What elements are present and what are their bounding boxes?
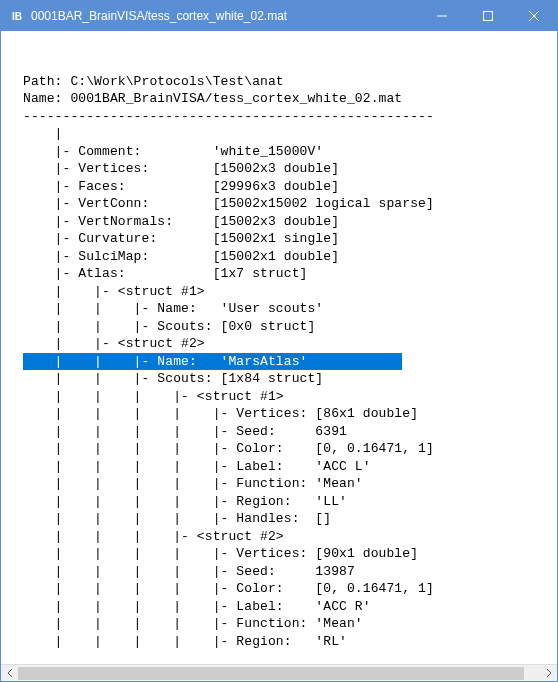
tree-line: |- Curvature: [15002x1 single] [55, 231, 339, 246]
tree-line: | | |- Name: 'User scouts' [55, 301, 324, 316]
tree-line: |- Faces: [29996x3 double] [55, 179, 339, 194]
minimize-button[interactable] [419, 1, 465, 31]
tree-line: | | | | |- Region: 'LL' [55, 494, 347, 509]
tree-line: |- VertNormals: [15002x3 double] [55, 214, 339, 229]
path-line: Path: C:\Work\Protocols\Test\anat [23, 74, 284, 89]
tree-line: | | |- Scouts: [0x0 struct] [55, 319, 316, 334]
tree-line: | | | | |- Handles: [] [55, 511, 332, 526]
tree-line: | | |- Scouts: [1x84 struct] [55, 371, 324, 386]
maximize-button[interactable] [465, 1, 511, 31]
scroll-left-button[interactable] [1, 665, 18, 681]
tree-line: | | | | |- Function: 'Mean' [55, 476, 363, 491]
chevron-left-icon [7, 669, 13, 677]
window-controls [419, 1, 557, 31]
tree-line: | | | | |- Region: 'RL' [55, 634, 347, 649]
tree-line: | | | | |- Vertices: [86x1 double] [55, 406, 418, 421]
svg-rect-1 [484, 12, 493, 21]
tree-line: | | | |- <struct #2> [55, 529, 284, 544]
name-line: Name: 0001BAR_BrainVISA/tess_cortex_whit… [23, 91, 402, 106]
maximize-icon [483, 11, 493, 21]
close-button[interactable] [511, 1, 557, 31]
tree-line: | | | | |- Color: [0, 0.16471, 1] [55, 441, 434, 456]
tree-line: | [55, 126, 63, 141]
tree-line: | | | | |- Seed: 6391 [55, 424, 347, 439]
separator-line: ----------------------------------------… [23, 109, 434, 124]
tree-line: | | | | |- Label: 'ACC L' [55, 459, 371, 474]
tree-line: | | | | |- Seed: 13987 [55, 564, 355, 579]
tree-line: | |- <struct #2> [55, 336, 205, 351]
tree-line: | |- <struct #1> [55, 284, 205, 299]
minimize-icon [437, 11, 447, 21]
scroll-right-button[interactable] [540, 665, 557, 681]
text-content: Path: C:\Work\Protocols\Test\anat Name: … [1, 31, 557, 650]
tree-line: |- Comment: 'white_15000V' [55, 144, 324, 159]
horizontal-scrollbar[interactable] [1, 664, 557, 681]
chevron-right-icon [546, 669, 552, 677]
tree-line: | | | | |- Label: 'ACC R' [55, 599, 371, 614]
close-icon [529, 11, 539, 21]
scrollbar-track[interactable] [18, 665, 540, 681]
scrollbar-thumb[interactable] [18, 667, 524, 680]
tree-line: | | | | |- Color: [0, 0.16471, 1] [55, 581, 434, 596]
tree-line: |- Atlas: [1x7 struct] [55, 266, 308, 281]
tree-line: |- Vertices: [15002x3 double] [55, 161, 339, 176]
selected-line[interactable]: | | |- Name: 'MarsAtlas' [23, 353, 402, 371]
titlebar[interactable]: IB 0001BAR_BrainVISA/tess_cortex_white_0… [1, 1, 557, 31]
tree-line: | | | | |- Function: 'Mean' [55, 616, 363, 631]
tree-line: | | | |- <struct #1> [55, 389, 284, 404]
tree-line: |- SulciMap: [15002x1 double] [55, 249, 339, 264]
tree-line: | | | | |- Vertices: [90x1 double] [55, 546, 418, 561]
window-title: 0001BAR_BrainVISA/tess_cortex_white_02.m… [31, 9, 419, 23]
app-icon: IB [9, 8, 25, 24]
content-area[interactable]: Path: C:\Work\Protocols\Test\anat Name: … [1, 31, 557, 664]
tree-line: |- VertConn: [15002x15002 logical sparse… [55, 196, 434, 211]
